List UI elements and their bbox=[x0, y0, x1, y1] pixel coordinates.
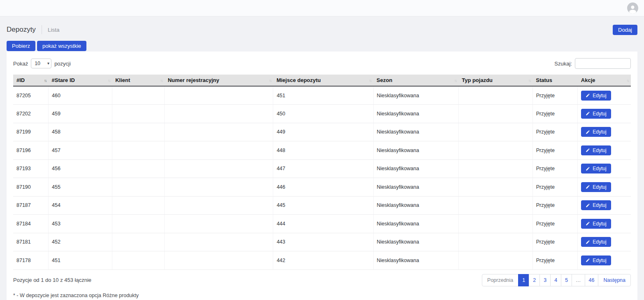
cell-sezon: Niesklasyfikowana bbox=[373, 233, 458, 251]
cell-typ-pojazdu bbox=[458, 86, 532, 105]
cell-miejsce-depozytu: 445 bbox=[273, 196, 373, 215]
pagination-info: Pozycje od 1 do 10 z 453 łącznie bbox=[13, 277, 91, 283]
table-row: 87202459450NiesklasyfikowanaPrzyjęteEdyt… bbox=[13, 105, 631, 123]
cell-akcje: Edytuj bbox=[578, 86, 631, 105]
pagination-page-2[interactable]: 2 bbox=[529, 274, 540, 286]
cell-stare-id: 458 bbox=[49, 123, 112, 141]
table-row: 87196457448NiesklasyfikowanaPrzyjęteEdyt… bbox=[13, 141, 631, 160]
edit-button[interactable]: Edytuj bbox=[581, 237, 611, 247]
table-row: 87178451442NiesklasyfikowanaPrzyjęteEdyt… bbox=[13, 251, 631, 270]
edit-button[interactable]: Edytuj bbox=[581, 109, 611, 119]
edit-button[interactable]: Edytuj bbox=[581, 182, 611, 192]
cell-id: 87178 bbox=[13, 251, 49, 270]
pagination-page-46[interactable]: 46 bbox=[585, 274, 599, 286]
table-row: 87205460451NiesklasyfikowanaPrzyjęteEdyt… bbox=[13, 86, 631, 105]
pagination-page-1[interactable]: 1 bbox=[518, 274, 529, 286]
sort-icon: ↑↓ bbox=[627, 78, 629, 82]
cell-numer-rejestracyjny bbox=[165, 251, 273, 270]
cell-id: 87187 bbox=[13, 196, 49, 215]
column-header-klient[interactable]: Klient↑↓ bbox=[112, 75, 165, 86]
cell-status: Przyjęte bbox=[532, 123, 578, 141]
cell-typ-pojazdu bbox=[458, 196, 532, 215]
pencil-icon bbox=[586, 93, 590, 98]
footnote: * - W depozycie jest zaznaczona opcja Ró… bbox=[13, 293, 631, 298]
column-header-typ-pojazdu[interactable]: Typ pojazdu↑↓ bbox=[458, 75, 532, 86]
edit-button[interactable]: Edytuj bbox=[581, 219, 611, 229]
search-input[interactable] bbox=[575, 58, 631, 69]
cell-akcje: Edytuj bbox=[578, 233, 631, 251]
sort-icon: ↑↓ bbox=[269, 78, 271, 82]
column-header-numer-rejestracyjny[interactable]: Numer rejestracyjny↑↓ bbox=[165, 75, 273, 86]
cell-klient bbox=[112, 215, 165, 233]
edit-button[interactable]: Edytuj bbox=[581, 200, 611, 210]
column-header-akcje[interactable]: Akcje↑↓ bbox=[578, 75, 631, 86]
cell-stare-id: 459 bbox=[49, 105, 112, 123]
cell-typ-pojazdu bbox=[458, 141, 532, 160]
cell-id: 87205 bbox=[13, 86, 49, 105]
cell-klient bbox=[112, 196, 165, 215]
cell-numer-rejestracyjny bbox=[165, 123, 273, 141]
cell-typ-pojazdu bbox=[458, 251, 532, 270]
cell-akcje: Edytuj bbox=[578, 178, 631, 197]
cell-sezon: Niesklasyfikowana bbox=[373, 251, 458, 270]
sort-icon: ↑↓ bbox=[44, 78, 46, 82]
table-row: 87181452443NiesklasyfikowanaPrzyjęteEdyt… bbox=[13, 233, 631, 251]
cell-stare-id: 454 bbox=[49, 196, 112, 215]
cell-sezon: Niesklasyfikowana bbox=[373, 196, 458, 215]
page-length-select[interactable]: 10 bbox=[31, 59, 51, 68]
pencil-icon bbox=[586, 258, 590, 262]
edit-button[interactable]: Edytuj bbox=[581, 127, 611, 137]
breadcrumb: Lista bbox=[48, 27, 60, 33]
cell-sezon: Niesklasyfikowana bbox=[373, 141, 458, 160]
edit-button[interactable]: Edytuj bbox=[581, 91, 611, 101]
pagination-page-3[interactable]: 3 bbox=[539, 274, 551, 286]
cell-akcje: Edytuj bbox=[578, 251, 631, 270]
cell-stare-id: 455 bbox=[49, 178, 112, 197]
cell-miejsce-depozytu: 449 bbox=[273, 123, 373, 141]
edit-button[interactable]: Edytuj bbox=[581, 145, 611, 155]
edit-button-label: Edytuj bbox=[593, 129, 606, 134]
column-header-id[interactable]: #ID↑↓ bbox=[13, 75, 49, 86]
cell-numer-rejestracyjny bbox=[165, 105, 273, 123]
column-label: #ID bbox=[16, 77, 25, 83]
column-label: Numer rejestracyjny bbox=[168, 77, 219, 83]
pagination: Poprzednia12345…46Następna bbox=[482, 274, 631, 286]
cell-akcje: Edytuj bbox=[578, 159, 631, 178]
toolbar: Pobierz pokaż wszystkie bbox=[7, 41, 637, 51]
length-select-wrap: 10 ▾ bbox=[31, 59, 51, 68]
add-button[interactable]: Dodaj bbox=[613, 25, 637, 35]
sort-icon: ↑↓ bbox=[454, 78, 457, 82]
table-row: 87187454445NiesklasyfikowanaPrzyjęteEdyt… bbox=[13, 196, 631, 215]
cell-status: Przyjęte bbox=[532, 86, 578, 105]
topbar bbox=[0, 0, 644, 16]
pagination-page-4[interactable]: 4 bbox=[550, 274, 561, 286]
cell-typ-pojazdu bbox=[458, 123, 532, 141]
show-all-button[interactable]: pokaż wszystkie bbox=[37, 41, 86, 51]
cell-sezon: Niesklasyfikowana bbox=[373, 105, 458, 123]
cell-stare-id: 453 bbox=[49, 215, 112, 233]
user-avatar[interactable] bbox=[627, 2, 638, 14]
cell-typ-pojazdu bbox=[458, 215, 532, 233]
pagination-next[interactable]: Następna bbox=[598, 274, 631, 286]
column-header-sezon[interactable]: Sezon↑↓ bbox=[373, 75, 458, 86]
pagination-previous[interactable]: Poprzednia bbox=[482, 274, 518, 286]
column-header-stare-id[interactable]: #Stare ID↑↓ bbox=[49, 75, 112, 86]
cell-miejsce-depozytu: 446 bbox=[273, 178, 373, 197]
page-length-control: Pokaż 10 ▾ pozycji bbox=[13, 59, 71, 68]
table-row: 87190455446NiesklasyfikowanaPrzyjęteEdyt… bbox=[13, 178, 631, 197]
table-header-row: #ID↑↓#Stare ID↑↓Klient↑↓Numer rejestracy… bbox=[13, 75, 631, 86]
sort-icon: ↑↓ bbox=[160, 78, 163, 82]
cell-id: 87196 bbox=[13, 141, 49, 160]
sort-icon: ↑↓ bbox=[108, 78, 110, 82]
sort-icon: ↑↓ bbox=[369, 78, 372, 82]
title-divider bbox=[42, 25, 42, 34]
column-header-miejsce-depozytu[interactable]: Miejsce depozytu↑↓ bbox=[273, 75, 373, 86]
cell-stare-id: 452 bbox=[49, 233, 112, 251]
edit-button[interactable]: Edytuj bbox=[581, 255, 611, 265]
pencil-icon bbox=[586, 185, 590, 189]
edit-button-label: Edytuj bbox=[593, 93, 606, 98]
download-button[interactable]: Pobierz bbox=[7, 41, 35, 51]
edit-button[interactable]: Edytuj bbox=[581, 164, 611, 173]
cell-klient bbox=[112, 86, 165, 105]
pagination-page-5[interactable]: 5 bbox=[561, 274, 572, 286]
